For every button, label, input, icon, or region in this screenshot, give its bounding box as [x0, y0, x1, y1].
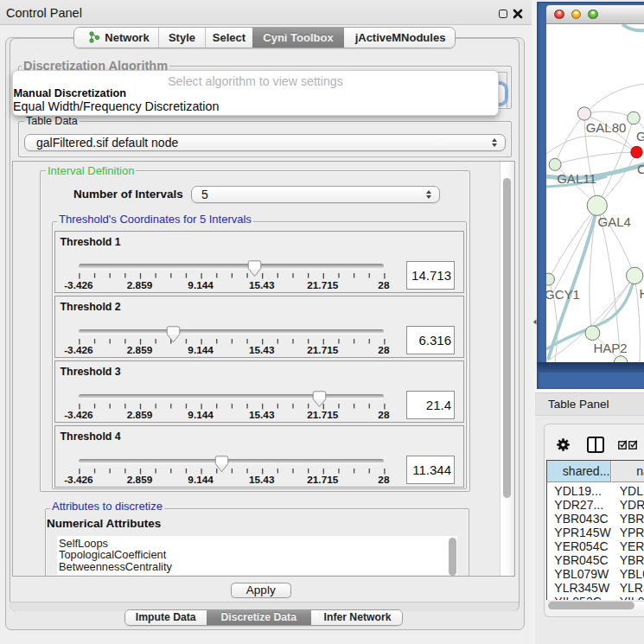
- svg-text:GAL11: GAL11: [557, 170, 596, 185]
- svg-text:GCY1: GCY1: [546, 287, 580, 302]
- svg-text:GAL4: GAL4: [597, 214, 630, 229]
- svg-text:GAL80: GAL80: [585, 119, 626, 134]
- svg-text:C: C: [637, 161, 644, 175]
- svg-text:H: H: [639, 285, 644, 300]
- svg-text:GA: GA: [636, 128, 644, 143]
- svg-text:HAP2: HAP2: [593, 340, 627, 354]
